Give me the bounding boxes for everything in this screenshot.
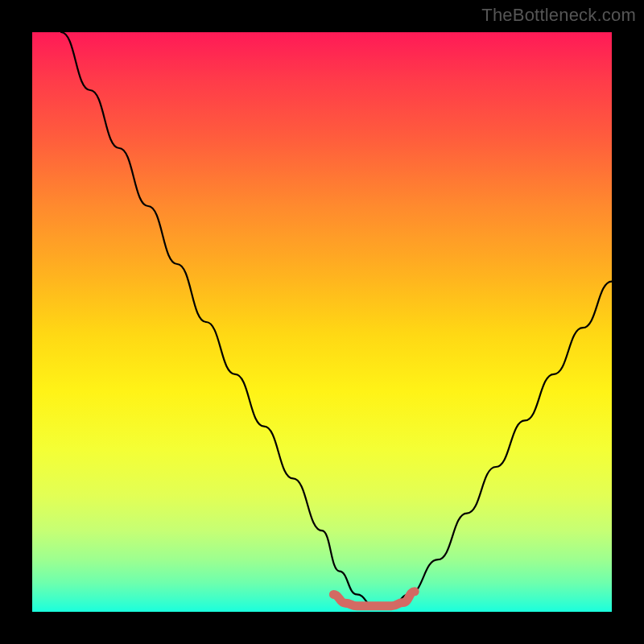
curve-line [61,32,612,606]
chart-plot-area [32,32,612,612]
watermark-text: TheBottleneck.com [481,5,636,26]
chart-svg [32,32,612,612]
highlight-segment [333,592,415,606]
chart-frame: TheBottleneck.com [0,0,644,644]
